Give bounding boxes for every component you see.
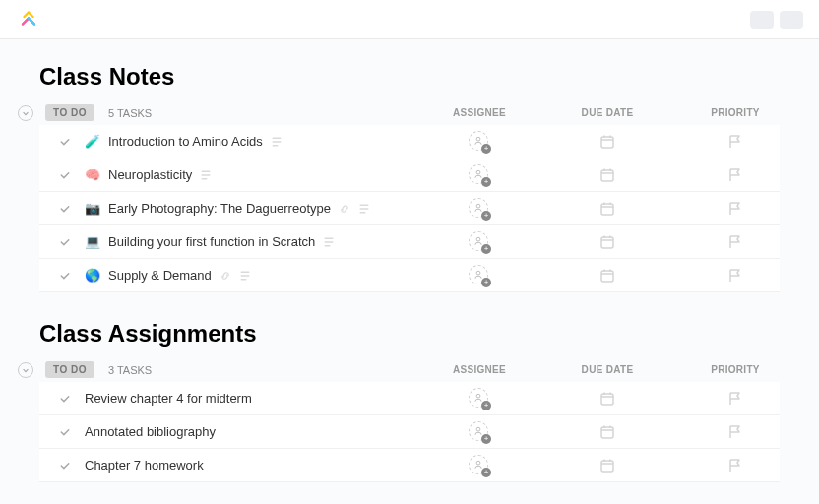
plus-icon: + [481, 177, 491, 187]
section-title: Class Assignments [39, 320, 780, 347]
calendar-icon[interactable] [599, 167, 615, 183]
check-icon[interactable] [59, 393, 71, 405]
calendar-icon[interactable] [599, 134, 615, 150]
svg-point-15 [476, 237, 480, 241]
plus-icon: + [481, 434, 491, 444]
svg-rect-11 [601, 204, 613, 215]
link-icon [220, 270, 231, 282]
svg-point-0 [476, 137, 480, 141]
app-header [0, 0, 819, 39]
col-assignee: ASSIGNEE [445, 364, 514, 375]
calendar-icon[interactable] [599, 234, 615, 250]
header-button-2[interactable] [780, 11, 803, 29]
task-title: Chapter 7 homework [85, 458, 204, 472]
svg-rect-36 [601, 461, 613, 472]
flag-icon[interactable] [727, 201, 743, 217]
task-row[interactable]: 💻Building your first function in Scratch… [39, 225, 780, 259]
col-due-date: DUE DATE [573, 107, 642, 118]
doc-icon [323, 236, 335, 248]
task-emoji: 📷 [85, 201, 100, 216]
col-priority: PRIORITY [701, 107, 770, 118]
task-row[interactable]: Chapter 7 homework+ [39, 449, 780, 482]
doc-icon [239, 270, 251, 282]
section-title: Class Notes [39, 63, 780, 91]
svg-rect-21 [601, 271, 613, 282]
flag-icon[interactable] [727, 391, 743, 407]
task-title: Building your first function in Scratch [108, 234, 315, 249]
header-actions [750, 11, 803, 29]
task-row[interactable]: Review chapter 4 for midterm+ [39, 382, 780, 415]
doc-icon [200, 169, 212, 181]
check-icon[interactable] [59, 426, 71, 438]
check-icon[interactable] [59, 270, 71, 282]
task-count: 5 TASKS [108, 107, 152, 119]
calendar-icon[interactable] [599, 201, 615, 217]
assignee-button[interactable]: + [469, 455, 490, 476]
task-emoji: 🧠 [85, 167, 100, 182]
header-button-1[interactable] [750, 11, 774, 29]
link-icon [339, 203, 350, 215]
status-badge[interactable]: TO DO [45, 104, 94, 121]
task-title: Annotated bibliography [85, 424, 216, 439]
task-title: Neuroplasticity [108, 167, 192, 182]
calendar-icon[interactable] [599, 391, 615, 407]
task-row[interactable]: 🧠Neuroplasticity+ [39, 158, 780, 192]
task-title: Review chapter 4 for midterm [85, 391, 252, 406]
svg-rect-16 [601, 237, 613, 248]
task-title: Supply & Demand [108, 268, 212, 283]
calendar-icon[interactable] [599, 268, 615, 284]
assignee-button[interactable]: + [469, 265, 490, 286]
clickup-logo-icon [20, 11, 37, 29]
flag-icon[interactable] [727, 424, 743, 440]
task-emoji: 🌎 [85, 268, 100, 283]
assignee-button[interactable]: + [469, 421, 490, 443]
calendar-icon[interactable] [599, 424, 615, 440]
task-row[interactable]: Annotated bibliography+ [39, 415, 780, 449]
flag-icon[interactable] [727, 234, 743, 250]
flag-icon[interactable] [727, 167, 743, 183]
col-assignee: ASSIGNEE [445, 107, 514, 118]
check-icon[interactable] [59, 169, 71, 181]
flag-icon[interactable] [727, 134, 743, 150]
svg-point-35 [476, 461, 480, 465]
assignee-button[interactable]: + [469, 198, 490, 220]
task-row[interactable]: 📷Early Photography: The Daguerreotype+ [39, 192, 780, 225]
assignee-button[interactable]: + [469, 231, 490, 253]
svg-rect-26 [601, 394, 613, 405]
col-due-date: DUE DATE [573, 364, 642, 375]
plus-icon: + [481, 211, 491, 220]
check-icon[interactable] [59, 136, 71, 148]
svg-point-20 [476, 271, 480, 275]
plus-icon: + [481, 244, 491, 254]
flag-icon[interactable] [727, 268, 743, 284]
flag-icon[interactable] [727, 458, 743, 473]
doc-icon [358, 203, 370, 215]
task-emoji: 🧪 [85, 134, 100, 149]
collapse-button[interactable] [18, 362, 33, 378]
task-row[interactable]: 🧪Introduction to Amino Acids+ [39, 125, 780, 158]
svg-point-25 [476, 394, 480, 398]
check-icon[interactable] [59, 203, 71, 215]
svg-rect-1 [601, 137, 613, 148]
collapse-button[interactable] [18, 105, 33, 121]
col-priority: PRIORITY [701, 364, 770, 375]
task-row[interactable]: 🌎Supply & Demand+ [39, 259, 780, 292]
doc-icon [271, 136, 283, 148]
check-icon[interactable] [59, 236, 71, 248]
plus-icon: + [481, 468, 491, 477]
task-title: Early Photography: The Daguerreotype [108, 201, 331, 216]
check-icon[interactable] [59, 460, 71, 472]
assignee-button[interactable]: + [469, 164, 490, 186]
calendar-icon[interactable] [599, 458, 615, 473]
svg-rect-6 [601, 170, 613, 181]
svg-rect-31 [601, 427, 613, 438]
svg-point-10 [476, 204, 480, 208]
plus-icon: + [481, 401, 491, 410]
assignee-button[interactable]: + [469, 388, 490, 410]
plus-icon: + [481, 144, 491, 154]
task-title: Introduction to Amino Acids [108, 134, 263, 149]
plus-icon: + [481, 278, 491, 287]
assignee-button[interactable]: + [469, 131, 490, 153]
status-badge[interactable]: TO DO [45, 361, 94, 378]
list-header: TO DO5 TASKSASSIGNEEDUE DATEPRIORITY [39, 104, 780, 121]
